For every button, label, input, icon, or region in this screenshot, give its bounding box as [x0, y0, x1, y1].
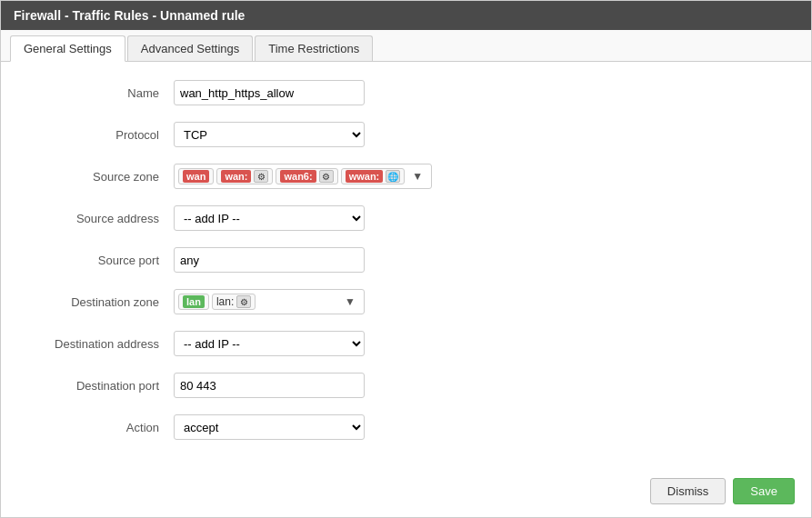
destination-zone-row: Destination zone lan lan: ⚙ ▼ — [28, 289, 784, 314]
source-address-select[interactable]: -- add IP -- — [174, 205, 365, 231]
destination-address-label: Destination address — [28, 337, 174, 351]
zone-lan-icon: ⚙ — [236, 295, 251, 308]
dismiss-button[interactable]: Dismiss — [650, 478, 727, 504]
destination-zone-container[interactable]: lan lan: ⚙ ▼ — [174, 289, 365, 314]
destination-zone-dropdown-btn[interactable]: ▼ — [340, 292, 360, 312]
protocol-select[interactable]: TCP UDP TCP+UDP ICMP Custom — [174, 122, 365, 147]
source-port-label: Source port — [28, 254, 174, 267]
action-label: Action — [28, 421, 174, 434]
destination-port-row: Destination port — [28, 373, 784, 398]
zone-tag-lan[interactable]: lan — [178, 294, 209, 310]
source-zone-label: Source zone — [28, 170, 174, 184]
destination-port-label: Destination port — [28, 379, 174, 393]
zone-wwan-badge: wwan: — [346, 170, 384, 183]
tab-general[interactable]: General Settings — [10, 35, 125, 62]
zone-lan-badge: lan — [183, 295, 205, 308]
tab-bar: General Settings Advanced Settings Time … — [1, 30, 811, 62]
zone-wan6-badge: wan6: — [280, 170, 316, 183]
protocol-label: Protocol — [28, 128, 174, 142]
main-window: Firewall - Traffic Rules - Unnamed rule … — [0, 0, 812, 518]
source-zone-container[interactable]: wan wan: ⚙ wan6: ⚙ wwan: 🌐 ▼ — [174, 164, 432, 189]
tab-advanced[interactable]: Advanced Settings — [127, 35, 253, 61]
destination-zone-label: Destination zone — [28, 295, 174, 309]
zone-lan-text: lan: — [216, 295, 234, 308]
zone-wan-text-badge: wan: — [221, 170, 251, 183]
zone-wwan-icon: 🌐 — [386, 170, 400, 183]
zone-wan-badge: wan — [183, 170, 209, 183]
form-area: Name Protocol TCP UDP TCP+UDP ICMP Custo… — [1, 62, 811, 474]
zone-tag-wan[interactable]: wan — [178, 168, 214, 184]
protocol-row: Protocol TCP UDP TCP+UDP ICMP Custom — [28, 122, 784, 147]
footer: Dismiss Save — [634, 465, 811, 517]
zone-tag-wan6[interactable]: wan6: ⚙ — [276, 168, 337, 184]
destination-address-row: Destination address -- add IP -- — [28, 331, 784, 356]
tab-time-restrictions[interactable]: Time Restrictions — [255, 35, 373, 61]
source-port-row: Source port — [28, 247, 784, 273]
save-button[interactable]: Save — [733, 478, 795, 504]
source-address-row: Source address -- add IP -- — [28, 205, 784, 231]
source-zone-row: Source zone wan wan: ⚙ wan6: ⚙ wwan: 🌐 ▼ — [28, 164, 784, 189]
name-label: Name — [28, 86, 174, 100]
destination-address-select[interactable]: -- add IP -- — [174, 331, 365, 356]
action-select[interactable]: accept drop reject mark notrack — [174, 414, 365, 440]
action-row: Action accept drop reject mark notrack — [28, 414, 784, 440]
source-address-label: Source address — [28, 212, 174, 225]
zone-tag-lan-text[interactable]: lan: ⚙ — [212, 294, 256, 310]
zone-tag-wan-text[interactable]: wan: ⚙ — [216, 168, 273, 184]
name-row: Name — [28, 80, 784, 105]
source-zone-dropdown-btn[interactable]: ▼ — [407, 166, 427, 186]
source-port-input[interactable] — [174, 247, 365, 273]
name-input[interactable] — [174, 80, 365, 105]
window-title: Firewall - Traffic Rules - Unnamed rule — [1, 1, 811, 30]
zone-wan6-icon: ⚙ — [319, 170, 334, 183]
zone-wan-icon: ⚙ — [254, 170, 268, 183]
zone-tag-wwan[interactable]: wwan: 🌐 — [341, 168, 406, 184]
destination-port-input[interactable] — [174, 373, 365, 398]
